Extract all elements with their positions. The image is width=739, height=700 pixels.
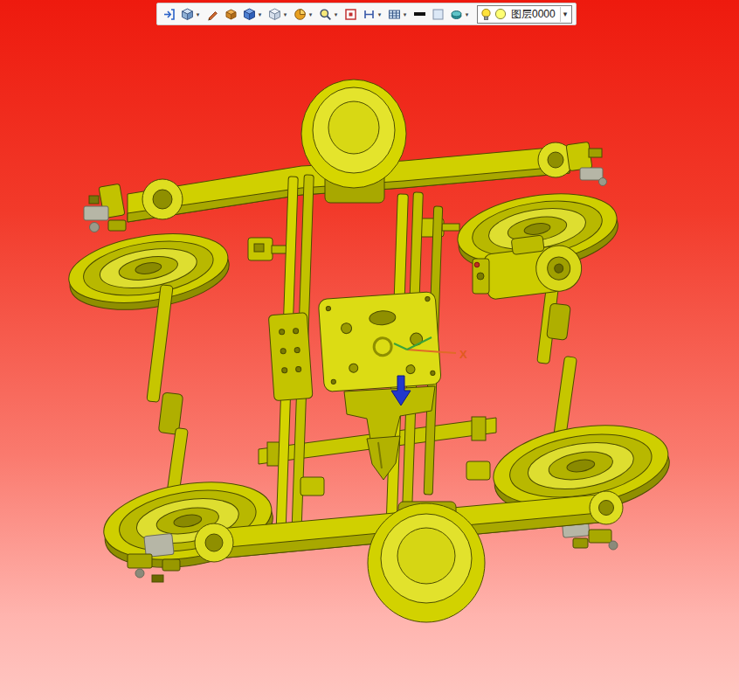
selection-box-icon	[344, 8, 357, 21]
grid-table-button[interactable]: ▾	[386, 5, 410, 23]
sketch-pencil-icon	[206, 8, 219, 21]
top-toolbar: ▾ ▾	[156, 3, 577, 25]
line-width-icon	[414, 12, 425, 16]
revolve-icon	[294, 8, 307, 21]
dropdown-arrow-icon[interactable]: ▾	[402, 11, 408, 17]
bracket-lower-left[interactable]	[300, 477, 324, 496]
revolve-button[interactable]: ▾	[292, 5, 315, 23]
solid-cube-button[interactable]: ▾	[241, 5, 265, 23]
dimension-button[interactable]: ▾	[361, 5, 384, 23]
line-width-button[interactable]	[411, 5, 428, 23]
extrude-icon	[224, 8, 238, 21]
dropdown-arrow-icon[interactable]: ▾	[464, 11, 470, 17]
exit-sketch-icon	[162, 8, 176, 21]
layer-dropdown-arrow-icon[interactable]: ▾	[560, 7, 570, 22]
bracket-vertical[interactable]	[473, 259, 489, 294]
sketch-pencil-button[interactable]	[204, 5, 221, 23]
exit-sketch-button[interactable]	[161, 5, 177, 23]
brake-gear-top-right[interactable]	[566, 142, 606, 185]
extrude-button[interactable]	[223, 5, 239, 23]
axis-x-label: X	[459, 348, 467, 361]
solid-cube-icon	[243, 8, 256, 21]
layer-name-label: 图层0000	[509, 6, 557, 23]
zoom-button[interactable]: ▾	[317, 5, 341, 23]
grid-table-icon	[388, 8, 401, 21]
brake-gear-top-left[interactable]	[84, 184, 126, 232]
material-icon	[450, 8, 463, 21]
color-swatch-icon	[432, 8, 445, 21]
dimension-icon	[363, 8, 376, 21]
bracket-lower-right[interactable]	[466, 461, 490, 480]
3d-viewport[interactable]: X ▾	[0, 0, 739, 700]
axle-left[interactable]	[147, 285, 188, 497]
view-cube-icon	[181, 8, 194, 21]
wheel-lower-left[interactable]	[98, 471, 278, 578]
dropdown-arrow-icon[interactable]: ▾	[195, 11, 201, 17]
dropdown-arrow-icon[interactable]: ▾	[376, 11, 383, 17]
lightbulb-icon	[480, 8, 492, 21]
dropdown-arrow-icon[interactable]: ▾	[333, 11, 339, 17]
wireframe-cube-button[interactable]: ▾	[266, 5, 290, 23]
dropdown-arrow-icon[interactable]: ▾	[282, 11, 288, 17]
selection-box-button[interactable]	[342, 5, 359, 23]
dropdown-arrow-icon[interactable]: ▾	[257, 11, 263, 17]
dropdown-arrow-icon[interactable]: ▾	[307, 11, 314, 17]
zoom-icon	[319, 8, 332, 21]
layer-color-swatch-icon	[494, 8, 507, 20]
wheel-upper-left[interactable]	[64, 224, 234, 320]
material-button[interactable]: ▾	[448, 5, 472, 23]
wireframe-cube-icon	[268, 8, 281, 21]
layer-selector[interactable]: 图层0000 ▾	[477, 5, 572, 24]
viewport-3d-model[interactable]: X	[0, 0, 739, 700]
view-cube-button[interactable]: ▾	[179, 5, 203, 23]
color-swatch-button[interactable]	[430, 5, 446, 23]
